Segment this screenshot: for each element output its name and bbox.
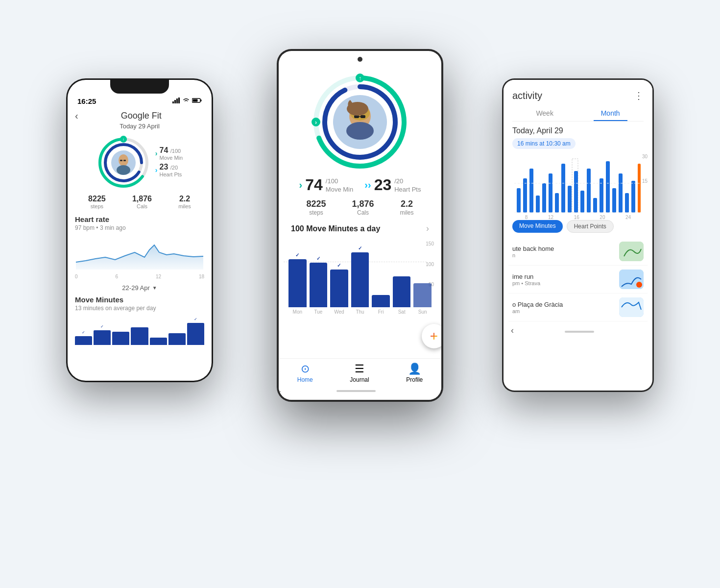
- move-minutes-title: Move Minutes: [75, 295, 204, 304]
- android-back-btn[interactable]: ‹: [279, 388, 281, 396]
- right-header: activity ⋮: [504, 80, 652, 106]
- center-bar-chart: ✓ ✓ ✓ ✓: [288, 239, 432, 307]
- svg-text:›: ›: [315, 119, 317, 126]
- svg-rect-55: [638, 164, 641, 213]
- activity-item-3[interactable]: o Plaça de Gràcia am: [508, 294, 648, 321]
- chart-axis-left: 0 6 12 18: [75, 274, 204, 279]
- center-cals-lbl: Cals: [352, 209, 374, 216]
- heart-pts-stat: › 23 /20 Heart Pts: [155, 163, 183, 177]
- center-heart-info: /20 Heart Pts: [394, 177, 421, 193]
- tab-week[interactable]: Week: [528, 106, 561, 121]
- svg-text:↑: ↑: [122, 137, 125, 142]
- home-label: Home: [297, 376, 313, 383]
- move-value: 74: [159, 146, 168, 154]
- center-heart-arrow-icon: ››: [364, 179, 371, 191]
- activity-item-2[interactable]: ime run pm • Strava: [508, 266, 648, 294]
- check-icon: ✓: [316, 256, 320, 261]
- svg-text:↑: ↑: [359, 75, 361, 82]
- activity-info-3: o Plaça de Gràcia am: [512, 301, 619, 314]
- wifi-icon: [182, 98, 190, 105]
- heart-rate-title: Heart rate: [75, 215, 204, 223]
- svg-rect-38: [536, 196, 540, 213]
- android-camera: [358, 57, 362, 62]
- right-menu-icon[interactable]: ⋮: [634, 90, 644, 101]
- x-label-12: 12: [548, 215, 553, 220]
- pill-heart-points[interactable]: Heart Points: [567, 220, 614, 233]
- fab-plus-icon: +: [430, 328, 438, 344]
- battery-icon: [192, 98, 202, 105]
- journal-icon: ☰: [355, 363, 364, 375]
- bar-mon: ✓: [288, 259, 307, 307]
- check-icon: ✓: [194, 317, 197, 321]
- bar-item: [131, 327, 148, 345]
- bar-sat: [393, 276, 411, 307]
- check-icon: ✓: [358, 245, 362, 251]
- center-stats: › 74 /100 Move Min ›› 23 /20: [279, 176, 441, 216]
- svg-rect-53: [625, 193, 629, 213]
- check-icon: ✓: [337, 263, 341, 268]
- svg-rect-37: [529, 169, 533, 213]
- center-steps: 8225 steps: [306, 199, 326, 216]
- svg-point-14: [117, 165, 130, 175]
- right-chart-area: 30 15: [504, 151, 652, 220]
- check-icon: ✓: [295, 252, 299, 258]
- activity-info-1: ute back home n: [512, 245, 619, 258]
- center-cals: 1,876 Cals: [352, 199, 374, 216]
- axis-0: 0: [75, 274, 78, 279]
- goal-arrow-icon: ›: [426, 223, 429, 234]
- center-bar-labels: Mon Tue Wed Thu Fri Sat Sun: [288, 309, 432, 315]
- tab-month[interactable]: Month: [594, 106, 627, 121]
- svg-rect-41: [555, 193, 559, 213]
- bar-label-tue: Tue: [310, 309, 328, 315]
- map-svg-3: [619, 297, 644, 317]
- back-button[interactable]: ‹: [75, 110, 78, 122]
- right-title: activity: [512, 90, 542, 101]
- right-date: Today, April 29: [512, 126, 644, 135]
- svg-rect-47: [587, 169, 591, 213]
- bar-label-thu: Thu: [351, 309, 369, 315]
- map-thumbnail-2: [619, 270, 644, 289]
- center-cals-val: 1,876: [352, 199, 374, 209]
- nav-home[interactable]: ⊙ Home: [297, 363, 313, 383]
- activity-time-3: am: [512, 308, 619, 314]
- activity-time-2: pm • Strava: [512, 280, 619, 286]
- svg-rect-28: [360, 115, 365, 118]
- y-label-30: 30: [642, 154, 648, 159]
- x-label-24: 24: [625, 215, 631, 220]
- nav-journal[interactable]: ☰ Journal: [350, 363, 369, 383]
- center-move-arrow-icon: ›: [299, 179, 303, 191]
- steps-value: 8225: [88, 195, 106, 203]
- move-arrow-icon: ›: [155, 149, 158, 157]
- axis-6: 6: [115, 274, 118, 279]
- move-label: Move Min: [159, 155, 183, 161]
- heart-arrow-icon: ›: [155, 166, 158, 174]
- pill-move-minutes[interactable]: Move Minutes: [512, 220, 563, 233]
- center-ring-area: ↑ ›: [279, 66, 441, 176]
- signal-icon: [172, 98, 180, 105]
- left-date: Today 29 April: [75, 122, 204, 130]
- svg-rect-50: [606, 161, 610, 213]
- app-title: Google Fit: [121, 111, 162, 121]
- right-tabs: Week Month: [512, 106, 644, 122]
- svg-rect-2: [176, 98, 178, 103]
- move-min-stat: › 74 /100 Move Min: [155, 146, 183, 161]
- activity-list: ute back home n ime run: [504, 238, 652, 321]
- svg-point-26: [346, 122, 374, 140]
- bar-label-mon: Mon: [288, 309, 307, 315]
- axis-18: 18: [199, 274, 204, 279]
- center-heart-label: Heart Pts: [394, 186, 421, 193]
- svg-rect-5: [201, 99, 202, 101]
- goal-row[interactable]: 100 Move Minutes a day ›: [279, 223, 441, 234]
- right-home-indicator-area: [514, 331, 645, 333]
- strava-badge: [636, 282, 642, 288]
- activity-item-1[interactable]: ute back home n: [508, 238, 648, 266]
- nav-profile[interactable]: 👤 Profile: [406, 363, 423, 383]
- miles-value: 2.2: [178, 195, 191, 203]
- phone-center: ↑ › › 74 /100 Move Min: [277, 49, 443, 402]
- date-range-btn[interactable]: 22-29 Apr ▼: [75, 284, 204, 292]
- svg-rect-35: [517, 188, 521, 213]
- center-ring-svg: ↑ ›: [311, 73, 409, 171]
- activity-info-2: ime run pm • Strava: [512, 273, 619, 286]
- bar-item: [112, 332, 129, 345]
- check-icon: ✓: [82, 330, 85, 335]
